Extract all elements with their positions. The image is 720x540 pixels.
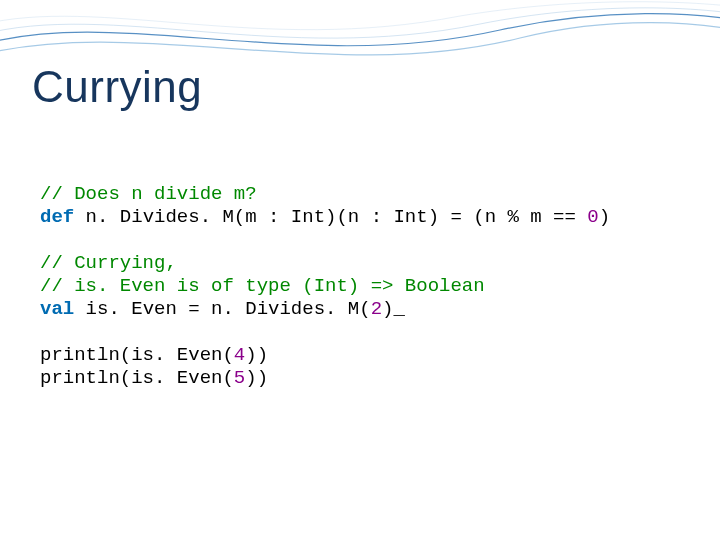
code-chunk-2: // Currying, // is. Even is of type (Int… [40,252,680,321]
code-text: ) [599,206,610,228]
code-comment: // Currying, [40,252,177,274]
code-text: )_ [382,298,405,320]
code-text: println(is. Even( [40,344,234,366]
code-number: 4 [234,344,245,366]
code-chunk-3: println(is. Even(4)) println(is. Even(5)… [40,344,680,390]
code-chunk-1: // Does n divide m? def n. Divides. M(m … [40,183,680,229]
code-number: 2 [371,298,382,320]
slide: Currying // Does n divide m? def n. Divi… [0,0,720,540]
code-number: 5 [234,367,245,389]
code-text: n. Divides. M(m : Int)(n : Int) = (n % m… [74,206,587,228]
code-text: println(is. Even( [40,367,234,389]
keyword-def: def [40,206,74,228]
code-comment: // is. Even is of type (Int) => Boolean [40,275,485,297]
slide-title: Currying [32,62,202,112]
code-text: )) [245,367,268,389]
code-text: )) [245,344,268,366]
code-comment: // Does n divide m? [40,183,257,205]
code-text: is. Even = n. Divides. M( [74,298,370,320]
code-number: 0 [587,206,598,228]
code-block: // Does n divide m? def n. Divides. M(m … [40,160,680,413]
keyword-val: val [40,298,74,320]
